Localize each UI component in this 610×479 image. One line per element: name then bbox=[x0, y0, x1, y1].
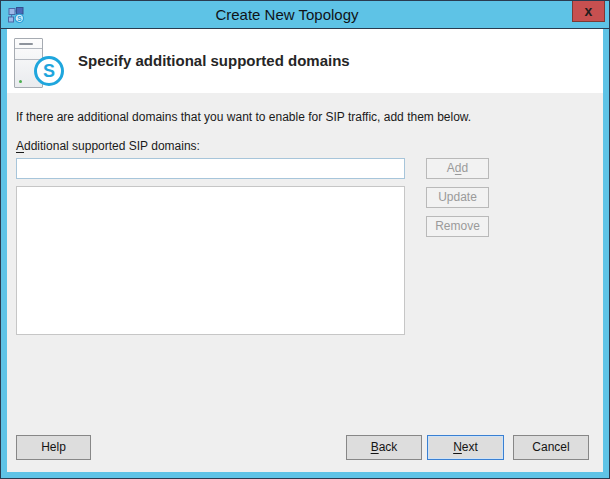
window-title: Create New Topology bbox=[1, 1, 573, 29]
close-button[interactable]: x bbox=[572, 1, 605, 22]
titlebar[interactable]: S Create New Topology x bbox=[1, 1, 609, 29]
server-slot-detail bbox=[19, 43, 33, 45]
remove-button[interactable]: Remove bbox=[426, 216, 489, 237]
server-divider bbox=[15, 48, 42, 49]
create-new-topology-dialog: S Create New Topology x S Specify additi… bbox=[0, 0, 610, 479]
dialog-client-area: S Specify additional supported domains I… bbox=[7, 29, 603, 472]
server-skype-icon: S bbox=[14, 38, 72, 90]
close-icon: x bbox=[585, 3, 593, 19]
sip-domain-input[interactable] bbox=[16, 158, 405, 179]
cancel-button[interactable]: Cancel bbox=[513, 435, 589, 460]
update-button[interactable]: Update bbox=[426, 187, 489, 208]
skype-logo-icon: S bbox=[34, 56, 64, 86]
wizard-header: S Specify additional supported domains bbox=[7, 29, 603, 93]
next-button[interactable]: Next bbox=[427, 435, 504, 460]
sip-domains-list[interactable] bbox=[16, 186, 405, 335]
add-button[interactable]: Add bbox=[426, 158, 489, 179]
help-button[interactable]: Help bbox=[16, 435, 91, 460]
back-button[interactable]: Back bbox=[346, 435, 422, 460]
instruction-text: If there are additional domains that you… bbox=[16, 110, 471, 124]
page-title: Specify additional supported domains bbox=[78, 29, 350, 93]
sip-domains-label: Additional supported SIP domains: bbox=[16, 139, 200, 153]
server-led-dot bbox=[19, 80, 22, 83]
